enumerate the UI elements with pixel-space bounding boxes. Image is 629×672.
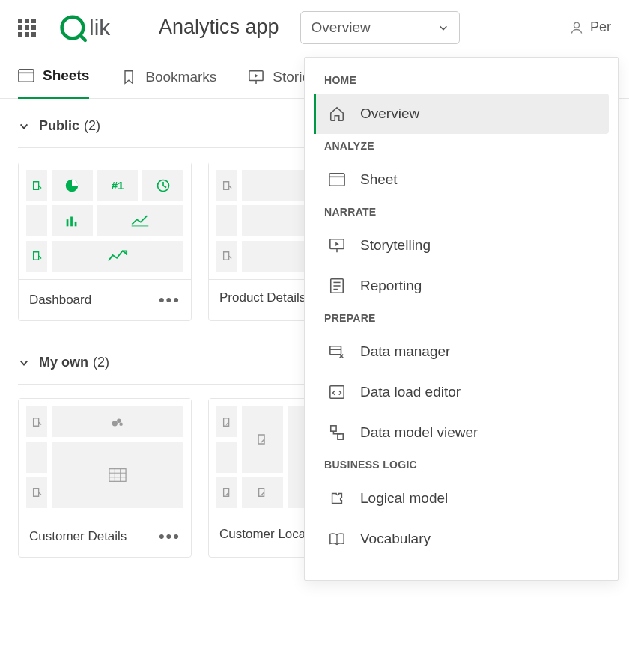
svg-point-15: [117, 418, 121, 423]
panel-group-prepare: PREPARE: [314, 306, 609, 332]
panel-item-label: Overview: [360, 106, 419, 122]
svg-rect-31: [330, 346, 341, 355]
svg-marker-7: [255, 73, 259, 77]
app-title: Analytics app: [159, 16, 279, 39]
view-selector-label: Overview: [312, 19, 371, 36]
svg-rect-4: [19, 70, 34, 82]
svg-marker-25: [335, 242, 339, 246]
svg-rect-17: [109, 468, 126, 481]
svg-rect-13: [75, 222, 77, 226]
panel-item-label: Vocabulary: [360, 531, 431, 547]
svg-point-16: [119, 422, 123, 426]
sheet-icon: [18, 68, 34, 83]
panel-item-data-model-viewer[interactable]: Data model viewer: [314, 412, 609, 453]
panel-item-label: Sheet: [360, 171, 398, 188]
card-more-button[interactable]: •••: [159, 527, 180, 546]
section-count: (2): [84, 118, 100, 134]
svg-rect-12: [70, 216, 73, 226]
svg-rect-34: [331, 426, 336, 431]
chevron-down-icon: [18, 358, 30, 368]
panel-item-data-manager[interactable]: Data manager: [314, 332, 609, 372]
svg-rect-33: [330, 386, 344, 399]
tab-label: Sheets: [43, 67, 89, 84]
report-icon: [329, 278, 345, 294]
panel-item-label: Reporting: [360, 278, 422, 294]
card-title: Dashboard: [29, 293, 91, 308]
bookmark-icon: [121, 70, 137, 85]
panel-group-analyze: ANALYZE: [314, 134, 609, 159]
view-selector-panel: HOME Overview ANALYZE Sheet NARRATE Stor…: [304, 57, 619, 581]
user-name: Per: [590, 19, 611, 35]
panel-item-vocabulary[interactable]: Vocabulary: [314, 519, 609, 559]
sheet-thumbnail: [19, 399, 191, 516]
svg-point-14: [112, 421, 118, 426]
panel-item-label: Storytelling: [360, 237, 431, 254]
tab-bookmarks[interactable]: Bookmarks: [121, 55, 216, 99]
svg-text:lik: lik: [89, 15, 110, 40]
svg-rect-35: [338, 434, 343, 439]
section-title: My own: [39, 355, 88, 370]
card-more-button[interactable]: •••: [159, 290, 180, 310]
divider: [475, 15, 475, 40]
svg-point-3: [574, 22, 579, 28]
svg-line-1: [80, 35, 85, 40]
sheet-icon: [329, 171, 345, 188]
section-title: Public: [39, 118, 79, 134]
chevron-down-icon: [18, 121, 30, 132]
book-icon: [329, 531, 345, 547]
panel-item-overview[interactable]: Overview: [314, 94, 609, 134]
card-title: Customer Details: [29, 529, 127, 544]
sheet-card-dashboard[interactable]: #1 Dashboard •••: [18, 162, 192, 321]
code-editor-icon: [329, 384, 345, 400]
chevron-down-icon: [438, 22, 449, 33]
panel-group-narrate: NARRATE: [314, 200, 609, 225]
section-count: (2): [93, 355, 109, 370]
sheet-thumbnail: #1: [19, 162, 191, 279]
svg-rect-11: [67, 219, 69, 226]
user-menu[interactable]: Per: [569, 19, 611, 35]
panel-group-home: HOME: [314, 68, 609, 94]
panel-item-label: Data load editor: [360, 384, 461, 400]
presentation-icon: [248, 70, 264, 85]
tab-label: Bookmarks: [145, 69, 216, 85]
data-manager-icon: [329, 343, 345, 360]
panel-item-reporting[interactable]: Reporting: [314, 266, 609, 306]
panel-item-storytelling[interactable]: Storytelling: [314, 225, 609, 266]
panel-group-business-logic: BUSINESS LOGIC: [314, 453, 609, 478]
table-icon: [109, 468, 127, 483]
puzzle-icon: [329, 490, 345, 507]
panel-item-label: Logical model: [360, 490, 448, 507]
data-model-icon: [329, 424, 345, 441]
apps-grid-icon[interactable]: [18, 19, 36, 37]
panel-item-label: Data manager: [360, 343, 450, 360]
presentation-icon: [329, 237, 345, 254]
card-title: Product Details: [219, 290, 306, 305]
svg-rect-22: [329, 174, 344, 186]
qlik-logo: lik: [60, 11, 138, 44]
view-selector-dropdown[interactable]: Overview: [300, 11, 460, 44]
panel-item-logical-model[interactable]: Logical model: [314, 478, 609, 519]
sheet-card-customer-details[interactable]: Customer Details •••: [18, 398, 192, 558]
user-icon: [569, 20, 584, 35]
panel-item-data-load-editor[interactable]: Data load editor: [314, 372, 609, 412]
panel-item-sheet[interactable]: Sheet: [314, 159, 609, 200]
home-icon: [329, 106, 345, 122]
tab-sheets[interactable]: Sheets: [18, 55, 89, 99]
panel-item-label: Data model viewer: [360, 424, 478, 441]
